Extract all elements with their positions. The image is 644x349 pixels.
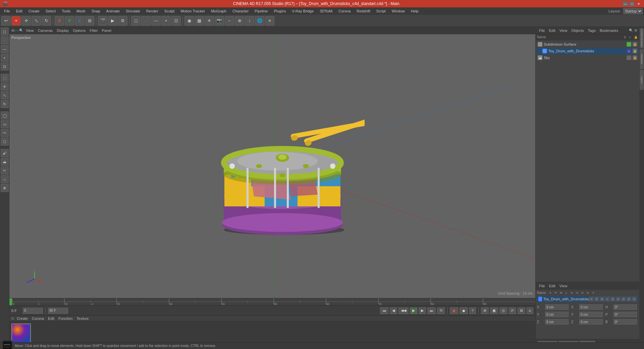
attr-ico-g[interactable]: G bbox=[616, 297, 621, 301]
tool-world[interactable]: ⊞ bbox=[85, 16, 94, 26]
attr-x-pos[interactable]: 0 cm bbox=[545, 304, 569, 310]
tool-edge-mode[interactable]: — bbox=[151, 16, 161, 26]
menu-mograph[interactable]: MoGraph bbox=[208, 8, 229, 14]
attr-menu-file[interactable]: File bbox=[538, 284, 546, 288]
tool-move[interactable]: ✛ bbox=[21, 16, 31, 26]
obj-search-icon[interactable]: 🔍 bbox=[629, 29, 633, 32]
close-button[interactable]: ✕ bbox=[636, 1, 641, 6]
attr-p-rot[interactable] bbox=[579, 312, 603, 317]
menu-mesh[interactable]: Mesh bbox=[74, 8, 88, 14]
minimize-button[interactable]: — bbox=[623, 1, 628, 6]
lt-live-selection[interactable]: ◯ bbox=[1, 111, 9, 119]
maximize-button[interactable]: □ bbox=[629, 1, 635, 6]
menu-window[interactable]: Window bbox=[389, 8, 408, 14]
obj-menu-edit[interactable]: Edit bbox=[548, 29, 557, 33]
motion-btn-1[interactable]: ⊕ bbox=[481, 307, 489, 314]
go-to-end-button[interactable]: ⏭ bbox=[427, 307, 436, 314]
attr-h-size[interactable] bbox=[613, 304, 637, 310]
menu-pipeline[interactable]: Pipeline bbox=[252, 8, 270, 14]
layout-select[interactable]: Startup bbox=[623, 8, 643, 14]
vp-menu-display[interactable]: Display bbox=[55, 29, 70, 33]
tool-y-axis[interactable]: Y bbox=[65, 16, 74, 26]
end-frame-input[interactable] bbox=[48, 308, 68, 314]
step-forward-button[interactable]: ▶ bbox=[419, 307, 426, 314]
material-thumbnail[interactable] bbox=[11, 323, 31, 343]
tool-z-axis[interactable]: Z bbox=[75, 16, 84, 26]
go-to-start-button[interactable]: ⏮ bbox=[380, 307, 388, 314]
viewport-canvas[interactable]: X Y Z Grid Spacing : 10 cm bbox=[9, 34, 535, 298]
lt-rotate[interactable]: ↻ bbox=[1, 100, 9, 108]
tool-render-region[interactable]: 🎬 bbox=[98, 16, 107, 26]
play-button[interactable]: ▶ bbox=[410, 307, 417, 314]
attr-ico-e[interactable]: E bbox=[627, 297, 631, 301]
tool-uv-mode[interactable]: ⊡ bbox=[171, 16, 181, 26]
obj-item-sky[interactable]: ☁ Sky 🔒 bbox=[536, 54, 639, 61]
obj-menu-objects[interactable]: Objects bbox=[570, 29, 585, 33]
menu-sculpt[interactable]: Sculpt bbox=[162, 8, 177, 14]
menu-plugins[interactable]: Plugins bbox=[271, 8, 288, 14]
obj-menu-view[interactable]: View bbox=[558, 29, 569, 33]
tool-poly-mode[interactable]: ▪ bbox=[161, 16, 171, 26]
attr-b-rot[interactable] bbox=[579, 319, 603, 325]
mat-menu-edit[interactable]: Edit bbox=[47, 316, 56, 320]
play-reverse-button[interactable]: ◀◀ bbox=[398, 307, 409, 314]
attr-p-size[interactable] bbox=[613, 312, 637, 317]
menu-snap[interactable]: Snap bbox=[89, 8, 103, 14]
lt-rect-selection[interactable]: ▭ bbox=[1, 120, 9, 128]
lt-uv-mode[interactable]: ⊡ bbox=[1, 62, 9, 70]
lt-edge-mode[interactable]: — bbox=[1, 45, 9, 53]
tool-obj-mode[interactable]: ◻ bbox=[131, 16, 141, 26]
menu-character[interactable]: Character bbox=[230, 8, 251, 14]
obj-toydrum-vis[interactable]: ■ bbox=[627, 49, 631, 53]
mat-menu-function[interactable]: Function bbox=[57, 316, 74, 320]
vp-menu-view[interactable]: View bbox=[24, 29, 35, 33]
frame-input[interactable] bbox=[23, 308, 43, 314]
lt-paint[interactable]: 🖌 bbox=[1, 149, 9, 157]
tool-camera[interactable]: 📷 bbox=[215, 16, 224, 26]
obj-item-subdivision[interactable]: ⬚ Subdivision Surface ✓ 🔒 bbox=[536, 41, 639, 48]
timeline-track[interactable]: 0 5 10 15 20 30 40 5 bbox=[12, 298, 535, 306]
menu-redshift[interactable]: Redshift bbox=[354, 8, 373, 14]
attr-ico-d[interactable]: D bbox=[621, 297, 626, 301]
obj-sky-lock[interactable]: 🔒 bbox=[633, 55, 637, 60]
attr-ico-l[interactable]: L bbox=[605, 297, 610, 301]
motion-btn-4[interactable]: ⊞ bbox=[518, 307, 525, 314]
step-back-button[interactable]: ◀ bbox=[390, 307, 397, 314]
motion-btn-p[interactable]: P bbox=[509, 307, 516, 314]
tool-light[interactable]: ☀ bbox=[205, 16, 214, 26]
side-tab-content-browser[interactable]: Content Browser bbox=[640, 28, 644, 48]
obj-menu-tags[interactable]: Tags bbox=[587, 29, 597, 33]
tool-render-active[interactable]: ▶ bbox=[108, 16, 117, 26]
menu-animate[interactable]: Animate bbox=[104, 8, 122, 14]
attr-b-size[interactable] bbox=[613, 319, 637, 325]
vp-menu-filter[interactable]: Filter bbox=[88, 29, 99, 33]
obj-subdivision-vis[interactable]: ✓ bbox=[627, 42, 631, 47]
key-button[interactable]: ? bbox=[469, 307, 476, 314]
side-tab-layers[interactable]: Layers bbox=[640, 70, 644, 90]
lt-sculpt[interactable]: ⛰ bbox=[1, 158, 9, 166]
viewport[interactable]: Perspective bbox=[9, 34, 535, 298]
menu-simulate[interactable]: Simulate bbox=[123, 8, 143, 14]
lt-magnet[interactable]: ⊕ bbox=[1, 184, 9, 192]
motion-btn-5[interactable]: ≡ bbox=[527, 307, 533, 314]
auto-key-button[interactable]: ⏺ bbox=[460, 307, 468, 314]
lt-poly-mode[interactable]: ▪ bbox=[1, 54, 9, 62]
menu-select[interactable]: Select bbox=[43, 8, 59, 14]
obj-toydrum-lock[interactable]: 🔒 bbox=[633, 49, 637, 53]
lt-knife[interactable]: ✂ bbox=[1, 166, 9, 174]
menu-tools[interactable]: Tools bbox=[59, 8, 73, 14]
mat-menu-create[interactable]: Create bbox=[15, 316, 29, 320]
tool-spline[interactable]: ~ bbox=[225, 16, 234, 26]
mat-menu-texture[interactable]: Texture bbox=[75, 316, 90, 320]
attr-ico-s[interactable]: S bbox=[589, 297, 594, 301]
attr-ico-m[interactable]: M bbox=[600, 297, 604, 301]
lt-scale[interactable]: ⤡ bbox=[1, 91, 9, 99]
menu-create[interactable]: Create bbox=[26, 8, 42, 14]
record-button[interactable]: ⏺ bbox=[450, 307, 458, 314]
lt-poly-selection[interactable]: ⬠ bbox=[1, 138, 9, 146]
tool-scene[interactable]: 🌐 bbox=[255, 16, 264, 26]
motion-btn-2[interactable]: ▣ bbox=[490, 307, 498, 314]
motion-btn-3[interactable]: ◎ bbox=[499, 307, 507, 314]
mat-menu-corona[interactable]: Corona bbox=[31, 316, 45, 320]
attr-ico-r[interactable]: R bbox=[594, 297, 599, 301]
